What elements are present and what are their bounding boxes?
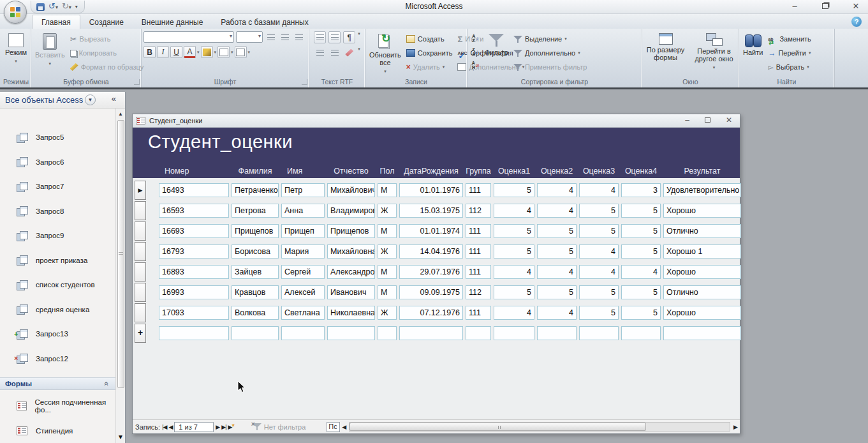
size-to-fit-form-button[interactable]: По размеру формы	[645, 31, 687, 62]
tab-vneshnie-dannye[interactable]: Внешние данные	[133, 15, 212, 29]
select-button[interactable]: ▻Выбрать▾	[766, 61, 813, 73]
record-selector[interactable]	[135, 303, 146, 322]
sort-descending-button[interactable]: ZA↓	[469, 45, 482, 57]
help-icon[interactable]: ?	[851, 17, 862, 27]
field-Результат[interactable]: Хорошо	[663, 265, 741, 279]
field-Отчество[interactable]	[327, 326, 375, 340]
horizontal-scrollbar[interactable]	[349, 422, 730, 432]
field-Фамилия[interactable]: Петраченко	[232, 183, 279, 197]
record-selector[interactable]	[135, 201, 146, 220]
font-size-combo[interactable]	[236, 31, 263, 43]
sidebar-item-query[interactable]: Запрос6	[0, 150, 115, 175]
new-blank-record-button[interactable]: ▶*	[228, 423, 234, 430]
bold-button[interactable]: B	[143, 46, 156, 58]
field-ДатаРождения[interactable]: 29.07.1976	[399, 265, 463, 279]
field-Результат[interactable]	[663, 326, 741, 340]
form-window-titlebar[interactable]: Студент_оценки – ✕	[133, 114, 740, 128]
field-Результат[interactable]: Хорошо 1	[663, 244, 741, 259]
field-Имя[interactable]: Петр	[281, 183, 325, 197]
field-Оценка4[interactable]: 5	[621, 285, 661, 299]
paste-button[interactable]: Вставить▾	[33, 31, 67, 68]
field-Номер[interactable]: 16893	[159, 265, 229, 279]
field-Фамилия[interactable]: Петрова	[232, 204, 279, 218]
record-selector[interactable]	[135, 262, 146, 282]
close-button[interactable]: ✕	[849, 1, 863, 11]
goto-button[interactable]: →Перейти▾	[766, 47, 813, 59]
field-Фамилия[interactable]	[232, 326, 279, 340]
scroll-up-icon[interactable]: ▲	[118, 111, 123, 117]
collapse-section-icon[interactable]: «	[103, 382, 112, 386]
field-Оценка1[interactable]: 4	[494, 204, 534, 218]
previous-record-button[interactable]: ◀	[168, 424, 172, 430]
forms-section-header[interactable]: Формы«	[0, 377, 115, 390]
search-input[interactable]: Пс	[327, 422, 340, 432]
toggle-filter-button[interactable]: Применить фильтр	[511, 61, 589, 73]
field-Имя[interactable]: Алексей	[281, 285, 325, 299]
cut-button[interactable]: ✂Вырезать	[68, 33, 146, 45]
sidebar-item-query[interactable]: Запрос5	[0, 125, 115, 150]
sidebar-item-form[interactable]: Стипендия	[0, 419, 115, 443]
replace-button[interactable]: ab⇄Заменить	[766, 33, 813, 45]
field-Оценка1[interactable]: 5	[494, 183, 534, 197]
navigation-menu-icon[interactable]: ▼	[85, 94, 96, 105]
form-restore-button[interactable]	[705, 116, 710, 125]
field-Отчество[interactable]: Михайловна	[327, 244, 375, 259]
field-Отчество[interactable]: Николаевна	[327, 306, 375, 320]
field-Номер[interactable]	[159, 326, 229, 340]
font-name-combo[interactable]	[143, 31, 234, 43]
hscroll-thumb[interactable]	[349, 423, 646, 431]
switch-windows-button[interactable]: Перейти в другое окно▾	[692, 31, 737, 72]
record-position[interactable]: 1 из 7	[174, 422, 214, 432]
field-Оценка3[interactable]: 4	[579, 244, 619, 259]
field-Группа[interactable]: 111	[466, 224, 491, 238]
copy-button[interactable]: Копировать	[68, 47, 146, 59]
font-color-button[interactable]: A	[184, 46, 196, 58]
minimize-button[interactable]: –	[788, 1, 802, 11]
filter-button[interactable]: Фильтр	[483, 31, 510, 57]
field-Оценка1[interactable]: 4	[494, 306, 534, 320]
sidebar-item-query[interactable]: Запрос8	[0, 199, 115, 224]
gridlines-button[interactable]	[217, 46, 230, 58]
field-Результат[interactable]: Отлично	[663, 224, 741, 238]
field-Имя[interactable]: Сергей	[281, 265, 325, 279]
tab-sozdanie[interactable]: Создание	[80, 15, 133, 29]
field-Результат[interactable]: Хорошо	[663, 204, 741, 218]
field-Оценка2[interactable]: 5	[537, 244, 577, 259]
record-selector[interactable]	[135, 222, 146, 241]
field-Оценка1[interactable]: 5	[494, 224, 534, 238]
eraser-button[interactable]	[343, 47, 355, 59]
field-Результат[interactable]: Отлично	[663, 285, 741, 299]
field-Результат[interactable]: Удовлетворительно	[663, 183, 741, 197]
sidebar-item-query[interactable]: Запрос9	[0, 223, 115, 248]
field-ДатаРождения[interactable]: 07.12.1976	[399, 306, 463, 320]
font-dialog-launcher[interactable]	[302, 79, 307, 85]
field-Имя[interactable]: Прищеп	[281, 224, 325, 238]
clipboard-dialog-launcher[interactable]	[134, 79, 140, 85]
field-Оценка4[interactable]: 5	[621, 244, 661, 259]
numbered-list-button[interactable]	[314, 47, 326, 59]
new-record-button[interactable]: Создать	[404, 33, 455, 45]
field-Отчество[interactable]: Иванович	[327, 285, 375, 299]
field-Пол[interactable]: М	[378, 265, 397, 279]
field-Пол[interactable]: Ж	[378, 204, 397, 218]
field-Фамилия[interactable]: Зайцев	[232, 265, 279, 279]
sidebar-item-query[interactable]: Запрос7	[0, 174, 115, 199]
field-ДатаРождения[interactable]: 01.01.1976	[399, 183, 463, 197]
field-Оценка1[interactable]: 4	[494, 265, 534, 279]
field-Номер[interactable]: 16793	[159, 244, 229, 259]
field-Оценка2[interactable]: 4	[537, 183, 577, 197]
field-Оценка4[interactable]: 3	[621, 183, 661, 197]
field-Оценка2[interactable]: 5	[537, 224, 577, 238]
field-ДатаРождения[interactable]	[399, 326, 463, 340]
field-Имя[interactable]: Светлана	[281, 306, 325, 320]
decrease-indent-button[interactable]	[314, 31, 326, 43]
field-Оценка3[interactable]	[579, 326, 619, 340]
field-ДатаРождения[interactable]: 09.09.1975	[399, 285, 463, 299]
field-Оценка2[interactable]: 4	[537, 306, 577, 320]
align-right-button[interactable]	[293, 31, 305, 43]
field-Оценка3[interactable]: 5	[579, 285, 619, 299]
record-selector[interactable]	[135, 242, 146, 261]
sidebar-item-query[interactable]: ×Запрос12	[0, 347, 115, 372]
field-Номер[interactable]: 16493	[159, 183, 229, 197]
new-record-selector[interactable]: +	[135, 324, 146, 343]
